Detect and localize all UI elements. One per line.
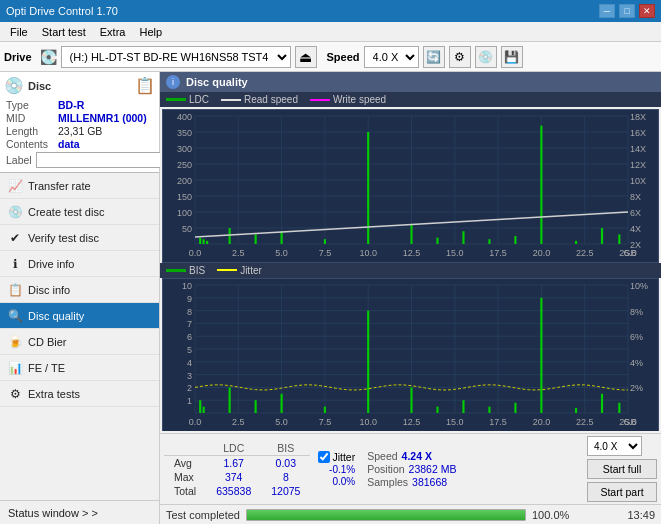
maximize-button[interactable]: □	[619, 4, 635, 18]
legend-ldc-label: LDC	[189, 94, 209, 105]
disc-expand-icon[interactable]: 📋	[135, 76, 155, 95]
legend-ldc: LDC	[166, 94, 209, 105]
legend-bis-color	[166, 269, 186, 272]
sidebar-item-label-drive-info: Drive info	[28, 258, 74, 270]
disc-quality-icon: 🔍	[8, 309, 22, 323]
ldc-chart-canvas	[163, 110, 658, 262]
legend-write-speed-color	[310, 99, 330, 101]
jitter-checkbox-row: Jitter	[318, 451, 355, 463]
stats-avg-ldc: 1.67	[206, 455, 261, 470]
disc-type-value: BD-R	[58, 99, 84, 111]
menu-extra[interactable]: Extra	[94, 24, 132, 40]
position-row: Position 23862 MB	[367, 463, 456, 475]
position-value: 23862 MB	[409, 463, 457, 475]
drive-selector[interactable]: (H:) HL-DT-ST BD-RE WH16NS58 TST4	[61, 46, 291, 68]
disc-label-label: Label	[6, 154, 32, 166]
fe-te-icon: 📊	[8, 361, 22, 375]
disc-button[interactable]: 💿	[475, 46, 497, 68]
sidebar-item-fe-te[interactable]: 📊 FE / TE	[0, 355, 159, 381]
toolbar: Drive 💽 (H:) HL-DT-ST BD-RE WH16NS58 TST…	[0, 42, 661, 72]
minimize-button[interactable]: ─	[599, 4, 615, 18]
verify-test-disc-icon: ✔	[8, 231, 22, 245]
sidebar-item-label-verify-test-disc: Verify test disc	[28, 232, 99, 244]
sidebar-item-disc-info[interactable]: 📋 Disc info	[0, 277, 159, 303]
start-part-button[interactable]: Start part	[587, 482, 657, 502]
sidebar-item-label-create-test-disc: Create test disc	[28, 206, 104, 218]
content-area: i Disc quality LDC Read speed Write spee…	[160, 72, 661, 524]
chart-bis	[162, 278, 659, 432]
disc-icon: 💿	[4, 76, 24, 95]
speed-row: Speed 4.24 X	[367, 450, 456, 462]
settings-button[interactable]: ⚙	[449, 46, 471, 68]
sidebar-item-cd-bier[interactable]: 🍺 CD Bier	[0, 329, 159, 355]
title-bar: Opti Drive Control 1.70 ─ □ ✕	[0, 0, 661, 22]
legend-read-speed: Read speed	[221, 94, 298, 105]
legend-ldc-color	[166, 98, 186, 101]
disc-length-label: Length	[6, 125, 58, 137]
disc-label-input[interactable]	[36, 152, 167, 168]
start-full-button[interactable]: Start full	[587, 459, 657, 479]
samples-label: Samples	[367, 476, 408, 488]
chart-legend-bottom: BIS Jitter	[160, 263, 661, 278]
eject-button[interactable]: ⏏	[295, 46, 317, 68]
stats-max-label: Max	[164, 470, 206, 484]
legend-read-speed-label: Read speed	[244, 94, 298, 105]
status-window-button[interactable]: Status window > >	[0, 500, 159, 524]
speed-label: Speed	[327, 51, 360, 63]
jitter-checkbox[interactable]	[318, 451, 330, 463]
disc-type-label: Type	[6, 99, 58, 111]
status-bar-text: Test completed	[166, 509, 240, 521]
legend-write-speed: Write speed	[310, 94, 386, 105]
save-button[interactable]: 💾	[501, 46, 523, 68]
chart-legend-top: LDC Read speed Write speed	[160, 92, 661, 107]
stats-total-row: Total 635838 12075	[164, 484, 310, 498]
extra-tests-icon: ⚙	[8, 387, 22, 401]
start-controls: 4.0 X Max 2.0 X Start full Start part	[587, 436, 657, 502]
legend-write-speed-label: Write speed	[333, 94, 386, 105]
sidebar-item-label-extra-tests: Extra tests	[28, 388, 80, 400]
jitter-max-value: 0.0%	[318, 476, 355, 487]
legend-read-speed-color	[221, 99, 241, 101]
nav-items: 📈 Transfer rate 💿 Create test disc ✔ Ver…	[0, 173, 159, 500]
sidebar-item-disc-quality[interactable]: 🔍 Disc quality	[0, 303, 159, 329]
jitter-section: Jitter -0.1% 0.0%	[318, 451, 355, 487]
start-speed-selector[interactable]: 4.0 X Max 2.0 X	[587, 436, 642, 456]
drive-info-icon: ℹ	[8, 257, 22, 271]
speed-selector[interactable]: 4.0 X Max 2.0 X 8.0 X	[364, 46, 419, 68]
speed-info: Speed 4.24 X Position 23862 MB Samples 3…	[367, 450, 456, 488]
chart-ldc	[162, 109, 659, 263]
sidebar-item-create-test-disc[interactable]: 💿 Create test disc	[0, 199, 159, 225]
legend-jitter-label: Jitter	[240, 265, 262, 276]
disc-info-icon: 📋	[8, 283, 22, 297]
app-title: Opti Drive Control 1.70	[6, 5, 118, 17]
stats-max-bis: 8	[261, 470, 310, 484]
bis-chart-canvas	[163, 279, 658, 431]
progress-percent: 100.0%	[532, 509, 569, 521]
stats-avg-bis: 0.03	[261, 455, 310, 470]
legend-bis: BIS	[166, 265, 205, 276]
disc-mid-value: MILLENMR1 (000)	[58, 112, 147, 124]
legend-bis-label: BIS	[189, 265, 205, 276]
menu-start-test[interactable]: Start test	[36, 24, 92, 40]
sidebar-item-label-transfer-rate: Transfer rate	[28, 180, 91, 192]
sidebar-item-drive-info[interactable]: ℹ Drive info	[0, 251, 159, 277]
create-test-disc-icon: 💿	[8, 205, 22, 219]
stats-total-ldc: 635838	[206, 484, 261, 498]
transfer-rate-icon: 📈	[8, 179, 22, 193]
menu-file[interactable]: File	[4, 24, 34, 40]
disc-contents-value: data	[58, 138, 80, 150]
sidebar-item-verify-test-disc[interactable]: ✔ Verify test disc	[0, 225, 159, 251]
close-button[interactable]: ✕	[639, 4, 655, 18]
stats-max-ldc: 374	[206, 470, 261, 484]
sidebar-item-extra-tests[interactable]: ⚙ Extra tests	[0, 381, 159, 407]
sidebar-item-transfer-rate[interactable]: 📈 Transfer rate	[0, 173, 159, 199]
menu-help[interactable]: Help	[133, 24, 168, 40]
progress-bar-fill	[247, 510, 525, 520]
refresh-button[interactable]: 🔄	[423, 46, 445, 68]
jitter-avg-value: -0.1%	[318, 464, 355, 475]
disc-panel: 💿 Disc 📋 Type BD-R MID MILLENMR1 (000) L…	[0, 72, 159, 173]
sidebar-item-label-cd-bier: CD Bier	[28, 336, 67, 348]
chart-header-icon: i	[166, 75, 180, 89]
disc-contents-label: Contents	[6, 138, 58, 150]
cd-bier-icon: 🍺	[8, 335, 22, 349]
